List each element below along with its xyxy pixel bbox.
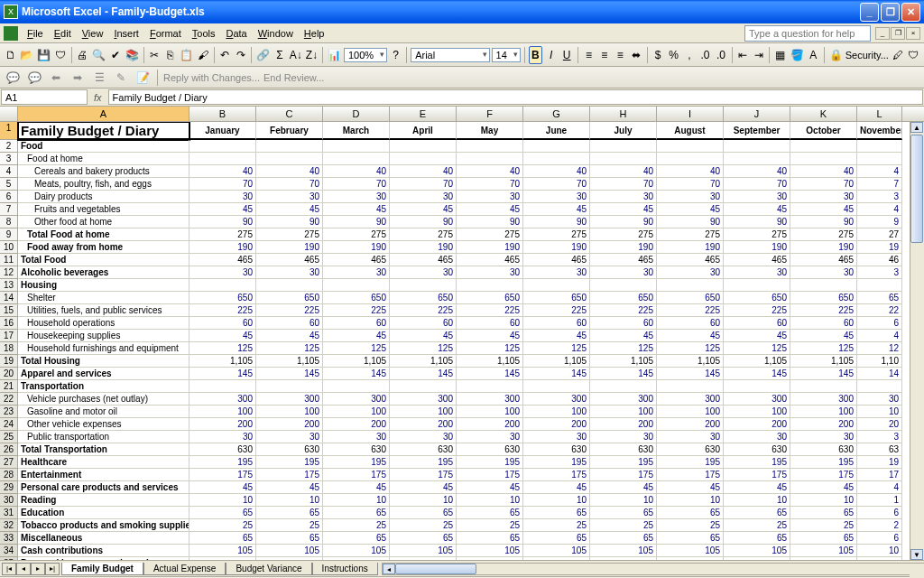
track-icon[interactable]: 📝 (134, 69, 152, 87)
data-cell[interactable]: 190 (323, 241, 390, 254)
data-cell[interactable]: 10 (590, 494, 657, 507)
data-cell[interactable]: 65 (323, 507, 390, 519)
data-cell[interactable]: 65 (256, 532, 323, 545)
row-header-8[interactable]: 8 (0, 216, 18, 228)
data-cell[interactable]: 4 (857, 481, 902, 494)
font-color-icon[interactable]: A (807, 46, 820, 64)
data-cell[interactable]: 1,105 (256, 355, 323, 368)
row-label[interactable]: Education (18, 507, 189, 519)
data-cell[interactable]: 175 (523, 469, 590, 481)
cells-area[interactable]: Family Budget / DiaryJanuaryFebruaryMarc… (18, 122, 924, 560)
row-header-6[interactable]: 6 (0, 191, 18, 203)
data-cell[interactable]: 630 (189, 443, 256, 456)
data-cell[interactable]: 650 (790, 292, 857, 304)
data-cell[interactable]: 30 (256, 191, 323, 203)
col-header-B[interactable]: B (189, 107, 256, 121)
data-cell[interactable]: 65 (523, 507, 590, 519)
data-cell[interactable]: 40 (724, 165, 790, 178)
data-cell[interactable]: 275 (189, 228, 256, 241)
data-cell[interactable] (724, 380, 790, 393)
data-cell[interactable]: 200 (790, 418, 857, 431)
data-cell[interactable]: 70 (590, 178, 657, 191)
data-cell[interactable]: 225 (724, 304, 790, 317)
row-header-20[interactable]: 20 (0, 368, 18, 380)
data-cell[interactable]: 175 (590, 469, 657, 481)
data-cell[interactable]: 46 (857, 254, 902, 266)
data-cell[interactable]: 65 (790, 507, 857, 519)
data-cell[interactable]: 30 (657, 431, 724, 443)
col-header-C[interactable]: C (256, 107, 323, 121)
data-cell[interactable] (256, 557, 323, 560)
data-cell[interactable]: 195 (790, 456, 857, 469)
data-cell[interactable] (657, 380, 724, 393)
data-cell[interactable]: 65 (256, 507, 323, 519)
data-cell[interactable] (189, 140, 256, 153)
data-cell[interactable] (390, 140, 457, 153)
data-cell[interactable]: 25 (189, 519, 256, 532)
data-cell[interactable]: 40 (457, 165, 523, 178)
ink-icon[interactable]: ✎ (112, 69, 130, 87)
data-cell[interactable]: 1 (857, 494, 902, 507)
row-header-2[interactable]: 2 (0, 140, 18, 153)
sort-desc-icon[interactable]: Z↓ (305, 46, 319, 64)
month-header[interactable]: August (657, 122, 724, 140)
data-cell[interactable]: 25 (657, 519, 724, 532)
data-cell[interactable] (790, 153, 857, 165)
data-cell[interactable]: 275 (790, 228, 857, 241)
mdi-close-button[interactable]: × (906, 27, 920, 40)
data-cell[interactable]: 300 (724, 393, 790, 406)
data-cell[interactable] (256, 380, 323, 393)
row-label[interactable]: Vehicle purchases (net outlay) (18, 393, 189, 406)
row-header-13[interactable]: 13 (0, 279, 18, 292)
data-cell[interactable]: 200 (323, 418, 390, 431)
data-cell[interactable]: 100 (724, 406, 790, 418)
row-header-27[interactable]: 27 (0, 456, 18, 469)
month-header[interactable]: June (523, 122, 590, 140)
next-comment-icon[interactable]: ➡ (69, 69, 87, 87)
row-label[interactable]: Food (18, 140, 189, 153)
data-cell[interactable]: 195 (724, 456, 790, 469)
data-cell[interactable]: 60 (323, 317, 390, 330)
data-cell[interactable]: 30 (189, 191, 256, 203)
row-label[interactable]: Healthcare (18, 456, 189, 469)
col-header-H[interactable]: H (590, 107, 657, 121)
data-cell[interactable] (657, 140, 724, 153)
data-cell[interactable]: 145 (790, 368, 857, 380)
data-cell[interactable]: 175 (256, 469, 323, 481)
row-label[interactable]: Other food at home (18, 216, 189, 228)
data-cell[interactable]: 275 (523, 228, 590, 241)
col-header-G[interactable]: G (523, 107, 590, 121)
data-cell[interactable]: 45 (189, 203, 256, 216)
data-cell[interactable]: 10 (724, 494, 790, 507)
data-cell[interactable] (857, 279, 902, 292)
row-header-26[interactable]: 26 (0, 443, 18, 456)
data-cell[interactable]: 200 (523, 418, 590, 431)
data-cell[interactable]: 465 (189, 254, 256, 266)
data-cell[interactable] (590, 557, 657, 560)
data-cell[interactable]: 465 (256, 254, 323, 266)
data-cell[interactable]: 45 (724, 330, 790, 342)
data-cell[interactable]: 10 (857, 406, 902, 418)
data-cell[interactable]: 10 (189, 494, 256, 507)
data-cell[interactable]: 19 (857, 456, 902, 469)
data-cell[interactable] (590, 279, 657, 292)
data-cell[interactable]: 45 (790, 481, 857, 494)
data-cell[interactable]: 70 (657, 178, 724, 191)
data-cell[interactable]: 30 (657, 191, 724, 203)
data-cell[interactable]: 225 (790, 304, 857, 317)
data-cell[interactable]: 275 (657, 228, 724, 241)
data-cell[interactable] (323, 153, 390, 165)
data-cell[interactable]: 30 (657, 266, 724, 279)
data-cell[interactable]: 630 (724, 443, 790, 456)
col-header-F[interactable]: F (457, 107, 523, 121)
data-cell[interactable]: 30 (590, 431, 657, 443)
row-label[interactable]: Total Housing (18, 355, 189, 368)
row-label[interactable]: Utilities, fuels, and public services (18, 304, 189, 317)
data-cell[interactable] (523, 140, 590, 153)
row-label[interactable]: Gasoline and motor oil (18, 406, 189, 418)
data-cell[interactable]: 30 (523, 266, 590, 279)
data-cell[interactable]: 45 (189, 481, 256, 494)
data-cell[interactable]: 45 (390, 203, 457, 216)
autosum-icon[interactable]: Σ (273, 46, 286, 64)
research-icon[interactable]: 📚 (125, 46, 140, 64)
